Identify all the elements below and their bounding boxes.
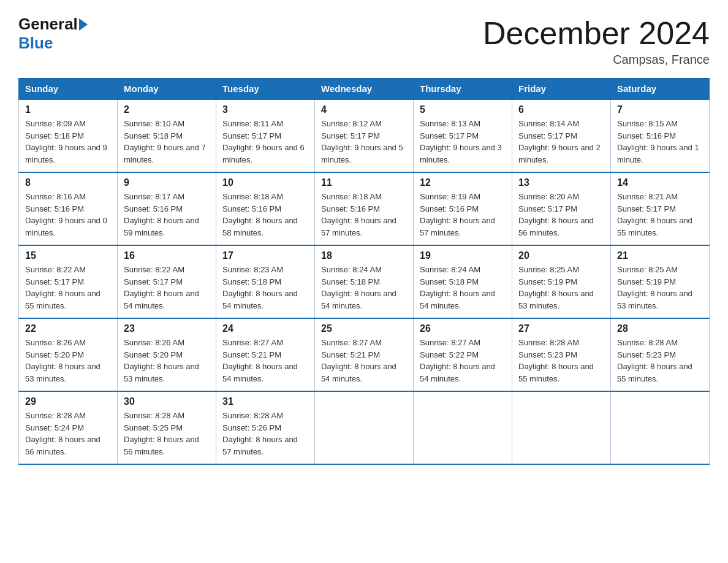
day-number: 9 bbox=[124, 177, 210, 188]
calendar-cell: 1 Sunrise: 8:09 AM Sunset: 5:18 PM Dayli… bbox=[19, 99, 118, 172]
week-row-4: 22 Sunrise: 8:26 AM Sunset: 5:20 PM Dayl… bbox=[19, 318, 710, 391]
day-number: 13 bbox=[518, 177, 604, 188]
day-info: Sunrise: 8:19 AM Sunset: 5:16 PM Dayligh… bbox=[420, 191, 506, 239]
calendar-cell: 25 Sunrise: 8:27 AM Sunset: 5:21 PM Dayl… bbox=[315, 318, 414, 391]
calendar-cell bbox=[512, 391, 611, 464]
week-row-1: 1 Sunrise: 8:09 AM Sunset: 5:18 PM Dayli… bbox=[19, 99, 710, 172]
day-number: 15 bbox=[25, 250, 111, 261]
day-info: Sunrise: 8:10 AM Sunset: 5:18 PM Dayligh… bbox=[124, 118, 210, 166]
day-info: Sunrise: 8:25 AM Sunset: 5:19 PM Dayligh… bbox=[518, 264, 604, 312]
day-number: 1 bbox=[25, 104, 111, 115]
calendar-cell: 15 Sunrise: 8:22 AM Sunset: 5:17 PM Dayl… bbox=[19, 245, 118, 318]
page-header: General Blue December 2024 Campsas, Fran… bbox=[18, 15, 710, 67]
day-info: Sunrise: 8:22 AM Sunset: 5:17 PM Dayligh… bbox=[25, 264, 111, 312]
day-info: Sunrise: 8:13 AM Sunset: 5:17 PM Dayligh… bbox=[420, 118, 506, 166]
logo: General Blue bbox=[18, 15, 89, 53]
day-number: 2 bbox=[124, 104, 210, 115]
weekday-header-thursday: Thursday bbox=[414, 79, 512, 100]
calendar-cell: 29 Sunrise: 8:28 AM Sunset: 5:24 PM Dayl… bbox=[19, 391, 118, 464]
day-info: Sunrise: 8:18 AM Sunset: 5:16 PM Dayligh… bbox=[222, 191, 308, 239]
calendar-cell: 7 Sunrise: 8:15 AM Sunset: 5:16 PM Dayli… bbox=[611, 99, 710, 172]
calendar-cell: 3 Sunrise: 8:11 AM Sunset: 5:17 PM Dayli… bbox=[216, 99, 315, 172]
day-number: 22 bbox=[25, 323, 111, 334]
calendar-cell: 4 Sunrise: 8:12 AM Sunset: 5:17 PM Dayli… bbox=[315, 99, 414, 172]
day-info: Sunrise: 8:17 AM Sunset: 5:16 PM Dayligh… bbox=[124, 191, 210, 239]
week-row-3: 15 Sunrise: 8:22 AM Sunset: 5:17 PM Dayl… bbox=[19, 245, 710, 318]
day-info: Sunrise: 8:28 AM Sunset: 5:25 PM Dayligh… bbox=[124, 410, 210, 458]
calendar-table: SundayMondayTuesdayWednesdayThursdayFrid… bbox=[18, 78, 710, 465]
day-info: Sunrise: 8:12 AM Sunset: 5:17 PM Dayligh… bbox=[321, 118, 407, 166]
calendar-cell: 20 Sunrise: 8:25 AM Sunset: 5:19 PM Dayl… bbox=[512, 245, 611, 318]
day-info: Sunrise: 8:11 AM Sunset: 5:17 PM Dayligh… bbox=[222, 118, 308, 166]
calendar-cell bbox=[414, 391, 512, 464]
calendar-cell: 31 Sunrise: 8:28 AM Sunset: 5:26 PM Dayl… bbox=[216, 391, 315, 464]
weekday-header-friday: Friday bbox=[512, 79, 611, 100]
calendar-subtitle: Campsas, France bbox=[483, 53, 710, 67]
day-info: Sunrise: 8:23 AM Sunset: 5:18 PM Dayligh… bbox=[222, 264, 308, 312]
calendar-cell: 27 Sunrise: 8:28 AM Sunset: 5:23 PM Dayl… bbox=[512, 318, 611, 391]
calendar-cell: 21 Sunrise: 8:25 AM Sunset: 5:19 PM Dayl… bbox=[611, 245, 710, 318]
day-number: 21 bbox=[617, 250, 703, 261]
day-number: 30 bbox=[124, 396, 210, 407]
calendar-cell: 11 Sunrise: 8:18 AM Sunset: 5:16 PM Dayl… bbox=[315, 172, 414, 245]
day-info: Sunrise: 8:27 AM Sunset: 5:22 PM Dayligh… bbox=[420, 337, 506, 385]
day-info: Sunrise: 8:25 AM Sunset: 5:19 PM Dayligh… bbox=[617, 264, 703, 312]
calendar-cell: 19 Sunrise: 8:24 AM Sunset: 5:18 PM Dayl… bbox=[414, 245, 512, 318]
calendar-cell: 24 Sunrise: 8:27 AM Sunset: 5:21 PM Dayl… bbox=[216, 318, 315, 391]
day-number: 26 bbox=[420, 323, 506, 334]
weekday-header-wednesday: Wednesday bbox=[315, 79, 414, 100]
day-number: 18 bbox=[321, 250, 407, 261]
weekday-header-monday: Monday bbox=[118, 79, 216, 100]
logo-arrow-icon bbox=[79, 18, 88, 31]
calendar-cell: 17 Sunrise: 8:23 AM Sunset: 5:18 PM Dayl… bbox=[216, 245, 315, 318]
title-block: December 2024 Campsas, France bbox=[483, 15, 710, 67]
day-info: Sunrise: 8:14 AM Sunset: 5:17 PM Dayligh… bbox=[518, 118, 604, 166]
day-info: Sunrise: 8:09 AM Sunset: 5:18 PM Dayligh… bbox=[25, 118, 111, 166]
calendar-cell: 30 Sunrise: 8:28 AM Sunset: 5:25 PM Dayl… bbox=[118, 391, 216, 464]
calendar-cell: 12 Sunrise: 8:19 AM Sunset: 5:16 PM Dayl… bbox=[414, 172, 512, 245]
calendar-cell: 22 Sunrise: 8:26 AM Sunset: 5:20 PM Dayl… bbox=[19, 318, 118, 391]
calendar-cell: 8 Sunrise: 8:16 AM Sunset: 5:16 PM Dayli… bbox=[19, 172, 118, 245]
day-number: 24 bbox=[222, 323, 308, 334]
week-row-2: 8 Sunrise: 8:16 AM Sunset: 5:16 PM Dayli… bbox=[19, 172, 710, 245]
day-info: Sunrise: 8:24 AM Sunset: 5:18 PM Dayligh… bbox=[321, 264, 407, 312]
day-number: 23 bbox=[124, 323, 210, 334]
day-info: Sunrise: 8:26 AM Sunset: 5:20 PM Dayligh… bbox=[124, 337, 210, 385]
calendar-cell: 14 Sunrise: 8:21 AM Sunset: 5:17 PM Dayl… bbox=[611, 172, 710, 245]
calendar-cell bbox=[315, 391, 414, 464]
day-number: 14 bbox=[617, 177, 703, 188]
calendar-cell: 28 Sunrise: 8:28 AM Sunset: 5:23 PM Dayl… bbox=[611, 318, 710, 391]
day-number: 31 bbox=[222, 396, 308, 407]
week-row-5: 29 Sunrise: 8:28 AM Sunset: 5:24 PM Dayl… bbox=[19, 391, 710, 464]
day-number: 5 bbox=[420, 104, 506, 115]
calendar-cell: 26 Sunrise: 8:27 AM Sunset: 5:22 PM Dayl… bbox=[414, 318, 512, 391]
calendar-cell: 13 Sunrise: 8:20 AM Sunset: 5:17 PM Dayl… bbox=[512, 172, 611, 245]
day-number: 16 bbox=[124, 250, 210, 261]
day-info: Sunrise: 8:16 AM Sunset: 5:16 PM Dayligh… bbox=[25, 191, 111, 239]
weekday-header-tuesday: Tuesday bbox=[216, 79, 315, 100]
day-number: 25 bbox=[321, 323, 407, 334]
day-info: Sunrise: 8:18 AM Sunset: 5:16 PM Dayligh… bbox=[321, 191, 407, 239]
day-number: 28 bbox=[617, 323, 703, 334]
day-info: Sunrise: 8:28 AM Sunset: 5:23 PM Dayligh… bbox=[617, 337, 703, 385]
day-info: Sunrise: 8:20 AM Sunset: 5:17 PM Dayligh… bbox=[518, 191, 604, 239]
calendar-cell: 23 Sunrise: 8:26 AM Sunset: 5:20 PM Dayl… bbox=[118, 318, 216, 391]
day-info: Sunrise: 8:28 AM Sunset: 5:26 PM Dayligh… bbox=[222, 410, 308, 458]
day-info: Sunrise: 8:24 AM Sunset: 5:18 PM Dayligh… bbox=[420, 264, 506, 312]
day-number: 4 bbox=[321, 104, 407, 115]
calendar-cell: 6 Sunrise: 8:14 AM Sunset: 5:17 PM Dayli… bbox=[512, 99, 611, 172]
day-number: 7 bbox=[617, 104, 703, 115]
calendar-title: December 2024 bbox=[483, 15, 710, 52]
calendar-cell: 10 Sunrise: 8:18 AM Sunset: 5:16 PM Dayl… bbox=[216, 172, 315, 245]
day-number: 10 bbox=[222, 177, 308, 188]
day-number: 8 bbox=[25, 177, 111, 188]
calendar-cell bbox=[611, 391, 710, 464]
day-info: Sunrise: 8:28 AM Sunset: 5:23 PM Dayligh… bbox=[518, 337, 604, 385]
day-number: 29 bbox=[25, 396, 111, 407]
day-number: 11 bbox=[321, 177, 407, 188]
day-info: Sunrise: 8:28 AM Sunset: 5:24 PM Dayligh… bbox=[25, 410, 111, 458]
weekday-header-sunday: Sunday bbox=[19, 79, 118, 100]
logo-blue: Blue bbox=[18, 34, 53, 53]
calendar-cell: 2 Sunrise: 8:10 AM Sunset: 5:18 PM Dayli… bbox=[118, 99, 216, 172]
calendar-cell: 18 Sunrise: 8:24 AM Sunset: 5:18 PM Dayl… bbox=[315, 245, 414, 318]
